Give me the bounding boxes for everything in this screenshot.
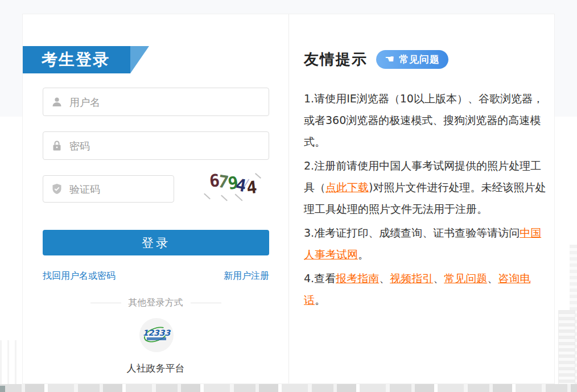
- city-skyline-decoration: [0, 340, 22, 384]
- other-login-divider: 其他登录方式: [23, 297, 288, 309]
- other-login-label: 其他登录方式: [129, 297, 183, 309]
- user-icon: [51, 96, 63, 108]
- tip-link[interactable]: 点此下载: [325, 181, 369, 193]
- tip-item-1: 1.请使用IE浏览器（10以上版本）、谷歌浏览器，或者360浏览器的极速模式、搜…: [304, 88, 547, 152]
- login-ribbon-title: 考生登录: [23, 46, 130, 73]
- pointing-hand-icon: ☚: [385, 53, 395, 64]
- password-field[interactable]: [43, 131, 269, 160]
- captcha-input[interactable]: [68, 183, 174, 196]
- tips-section: 友情提示 ☚ 常见问题 1.请使用IE浏览器（10以上版本）、谷歌浏览器，或者3…: [289, 14, 554, 383]
- tip-text: 、: [487, 272, 498, 284]
- sso-platform-label: 人社政务平台: [23, 362, 288, 375]
- city-skyline-decoration: [0, 386, 5, 392]
- tip-item-3: 3.准考证打印、成绩查询、证书查验等请访问中国人事考试网。: [304, 222, 547, 265]
- tip-text: 。: [358, 248, 369, 261]
- login-ribbon-tail: [130, 46, 149, 73]
- tip-item-2: 2.注册前请使用中国人事考试网提供的照片处理工具（点此下载)对照片文件进行处理。…: [304, 155, 547, 220]
- captcha-field[interactable]: [43, 175, 174, 203]
- login-links-row: 找回用户名或密码 新用户注册: [43, 270, 269, 282]
- divider-line: [90, 303, 121, 303]
- tips-title: 友情提示: [304, 49, 368, 69]
- tip-item-4: 4.查看报考指南、视频指引、常见问题、咨询电话。: [304, 267, 547, 311]
- password-input[interactable]: [68, 139, 269, 152]
- tip-text: 。: [315, 294, 325, 306]
- lock-icon: [51, 140, 63, 151]
- login-section: 考生登录: [23, 14, 288, 383]
- username-input[interactable]: [68, 96, 269, 109]
- faq-button-label: 常见问题: [399, 53, 440, 66]
- faq-button[interactable]: ☚ 常见问题: [376, 50, 448, 69]
- login-button[interactable]: 登录: [43, 230, 269, 255]
- register-link[interactable]: 新用户注册: [224, 270, 269, 282]
- captcha-noise-line: [204, 193, 211, 200]
- tip-text: 4.查看: [304, 272, 336, 284]
- tip-link[interactable]: 常见问题: [444, 272, 487, 284]
- login-card: 考生登录: [22, 14, 555, 384]
- captcha-digit: 4: [246, 178, 258, 197]
- tips-header: 友情提示 ☚ 常见问题: [304, 49, 547, 69]
- tip-text: 、: [379, 272, 390, 284]
- username-field[interactable]: [43, 88, 269, 116]
- logo-band: [147, 337, 166, 340]
- divider-line: [191, 303, 221, 303]
- tip-link[interactable]: 报考指南: [336, 272, 379, 284]
- tip-text: 3.准考证打印、成绩查询、证书查验等请访问: [304, 226, 520, 239]
- captcha-image[interactable]: 67944: [195, 171, 270, 203]
- tip-link[interactable]: 视频指引: [390, 272, 433, 284]
- forgot-credentials-link[interactable]: 找回用户名或密码: [43, 270, 116, 282]
- captcha-noise-line: [221, 195, 228, 201]
- sso-12333-logo[interactable]: 12333: [139, 318, 174, 352]
- shield-check-icon: [51, 183, 63, 195]
- city-skyline-decoration: [558, 310, 575, 385]
- city-skyline-decoration: [0, 384, 577, 392]
- logo-text: 12333: [139, 328, 174, 337]
- tip-text: 、: [433, 272, 444, 284]
- tip-text: 1.请使用IE浏览器（10以上版本）、谷歌浏览器，或者360浏览器的极速模式、搜…: [304, 92, 543, 148]
